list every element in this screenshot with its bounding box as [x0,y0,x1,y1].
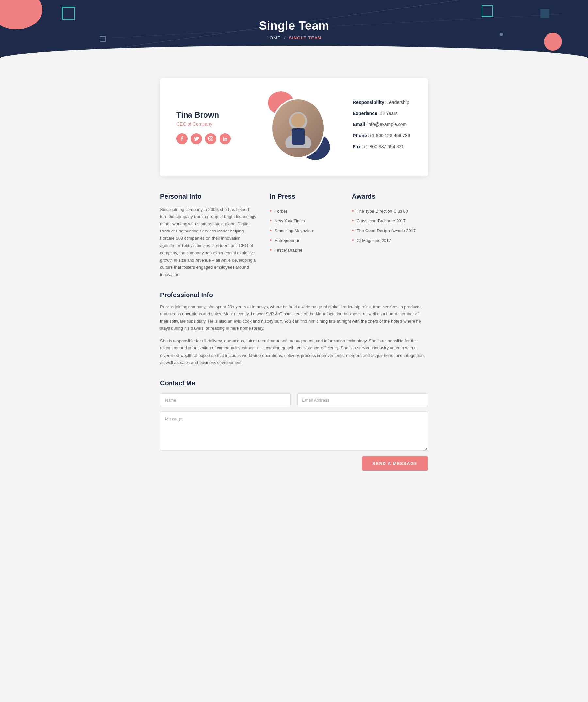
svg-point-2 [291,113,305,128]
breadcrumb-current: SINGLE TEAM [289,35,322,40]
professional-info-para1: Prior to joining company, she spent 20+ … [160,303,428,332]
contact-name-input[interactable] [160,393,291,407]
awards-list: The Type Direction Club 60 Class Icon-Br… [352,206,428,245]
press-item-3: Smashing Magazine [270,226,339,235]
press-item-4: Entrepreneur [270,235,339,245]
twitter-icon[interactable] [191,133,202,144]
award-item-2: Class Icon-Brochure 2017 [352,216,428,226]
responsibility-value: :Leadership [385,100,409,105]
responsibility-label: Responsibility [353,100,384,105]
decorative-dot [500,33,503,36]
social-icons-group [176,133,242,144]
facebook-icon[interactable] [176,133,188,144]
contact-message-textarea[interactable] [160,412,428,451]
profile-info: Responsibility :Leadership Experience :1… [353,100,412,155]
fax-label: Fax [353,144,361,149]
avatar [271,98,325,158]
instagram-icon[interactable] [205,133,216,144]
decorative-pink-circle [544,33,562,50]
contact-title: Contact Me [160,379,428,387]
phone-label: Phone [353,133,367,138]
decorative-teal-square-2 [482,5,493,17]
profile-job-title: CEO of Company [176,121,242,127]
profile-left: Tina Brown CEO of Company [176,110,242,144]
press-item-1: Forbes [270,206,339,216]
svg-rect-3 [292,128,305,145]
profile-avatar-area [261,91,333,163]
fax-row: Fax :+1 800 987 654 321 [353,144,412,149]
experience-value: :10 Years [379,111,398,116]
decorative-small-square [100,36,105,42]
award-item-1: The Type Direction Club 60 [352,206,428,216]
press-list: Forbes New York Times Smashing Magazine … [270,206,339,255]
contact-section: Contact Me SEND A MESSAGE [160,379,428,470]
profile-name: Tina Brown [176,110,242,119]
page-title: Single Team [259,19,329,33]
email-value: :info@example.com [366,122,407,127]
breadcrumb: HOME / SINGLE TEAM [267,35,322,40]
professional-info-para2: She is responsible for all delivery, ope… [160,337,428,366]
personal-info-title: Personal Info [160,193,257,200]
personal-info-section: Personal Info Since joining company in 2… [160,193,257,278]
responsibility-row: Responsibility :Leadership [353,100,412,105]
personal-info-text: Since joining company in 2009, she has h… [160,206,257,278]
professional-info-section: Professional Info Prior to joining compa… [160,291,428,366]
email-label: Email [353,122,365,127]
send-message-button[interactable]: SEND A MESSAGE [362,456,428,470]
award-item-3: The Good Design Awards 2017 [352,226,428,235]
decorative-dark-square [540,9,550,18]
avatar-wrapper [265,91,330,163]
contact-name-email-row [160,393,428,407]
in-press-title: In Press [270,193,339,200]
three-column-section: Personal Info Since joining company in 2… [160,193,428,278]
main-content: Tina Brown CEO of Company [154,78,434,490]
experience-row: Experience :10 Years [353,111,412,116]
professional-info-title: Professional Info [160,291,428,299]
awards-title: Awards [352,193,428,200]
hero-header: Single Team HOME / SINGLE TEAM [0,0,588,59]
linkedin-icon[interactable] [219,133,231,144]
award-item-4: CI Magazine 2017 [352,235,428,245]
experience-label: Experience [353,111,377,116]
breadcrumb-separator: / [284,35,286,40]
press-item-2: New York Times [270,216,339,226]
contact-email-input[interactable] [297,393,428,407]
in-press-section: In Press Forbes New York Times Smashing … [270,193,339,278]
decorative-teal-square [62,7,75,20]
phone-value: :+1 800 123 456 789 [368,133,410,138]
phone-row: Phone :+1 800 123 456 789 [353,133,412,138]
profile-card: Tina Brown CEO of Company [160,78,428,176]
decorative-pink-blob [0,0,42,29]
fax-value: :+1 800 987 654 321 [362,144,404,149]
breadcrumb-home[interactable]: HOME [267,35,281,40]
awards-section: Awards The Type Direction Club 60 Class … [352,193,428,278]
email-row: Email :info@example.com [353,122,412,127]
press-item-5: First Manazine [270,245,339,255]
send-button-wrapper: SEND A MESSAGE [160,456,428,470]
